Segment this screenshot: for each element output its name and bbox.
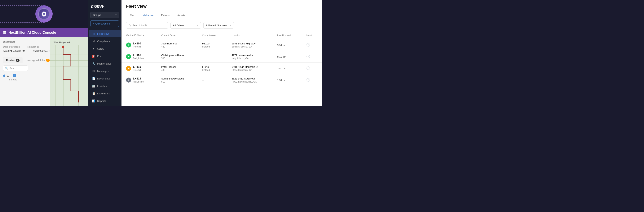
- maintenance-label: Maintenance: [97, 62, 111, 65]
- nb-circle-inner: [38, 8, 50, 20]
- vehicle-status-dot: [126, 43, 131, 48]
- last-updated-time: 9:54 am: [277, 44, 286, 47]
- driver-name: Samantha Gonzalez: [161, 77, 193, 80]
- unassigned-badge: 2: [46, 59, 50, 62]
- fleet-table: Vehicle ID / Make Current Driver Current…: [122, 32, 322, 86]
- facilities-icon: 🏢: [92, 84, 95, 88]
- health-cell: [302, 51, 322, 63]
- vehicle-id: LH110: [133, 65, 142, 68]
- health-check-icon: [306, 55, 310, 58]
- vehicle-status-dot: [126, 54, 131, 59]
- last-updated-time: 8:12 am: [277, 55, 286, 58]
- sidebar-item-compliance[interactable]: ☑ Compliance: [89, 38, 121, 45]
- search-icon: 🔍: [5, 67, 8, 70]
- driver-cell: Christopher Williams 560: [157, 51, 198, 63]
- vehicle-id: LH105: [133, 54, 144, 57]
- motive-sidebar: motive Groups ▾ + Quick Actions ◫ Fleet …: [88, 0, 122, 106]
- last-updated-time: 1:54 pm: [277, 79, 286, 82]
- updated-cell: 3:40 pm: [273, 63, 302, 74]
- search-placeholder: Search: [9, 67, 17, 70]
- location-main: 3522-3412 Sugarloaf: [232, 77, 268, 80]
- facilities-label: Facilities: [97, 85, 107, 88]
- messages-label: Messages: [97, 70, 108, 73]
- driver-name: Jose Bernardo: [161, 42, 193, 45]
- quick-actions-button[interactable]: + Quick Actions: [90, 21, 119, 27]
- safety-label: Safety: [97, 47, 104, 50]
- sidebar-item-messages[interactable]: ✉ Messages: [89, 67, 121, 75]
- vehicle-cell: LH100 Peterbilt: [122, 39, 157, 51]
- unassigned-tab[interactable]: Unassigned Jobs 2: [22, 57, 53, 63]
- driver-name: Christopher Williams: [161, 54, 193, 57]
- vehicle-info: LH115 Freightliner: [133, 77, 144, 83]
- gear-icon: [41, 11, 47, 17]
- sidebar-item-maintenance[interactable]: 🔧 Maintenance: [89, 60, 121, 67]
- sidebar-item-load-board[interactable]: 📋 Load Board: [89, 90, 121, 97]
- sidebar-item-marketplace[interactable]: 🛒 Marketplace: [89, 105, 121, 106]
- routes-tab[interactable]: Routes 2: [3, 57, 22, 63]
- table-row[interactable]: LH105 Freightliner Christopher Williams …: [122, 51, 322, 63]
- asset-cell: FB100 Flatbed: [198, 39, 227, 51]
- hamburger-icon[interactable]: ☰: [3, 31, 6, 35]
- health-status-dropdown[interactable]: All Health Statuses: [204, 22, 234, 29]
- no-asset: --: [202, 79, 204, 82]
- route-checkbox[interactable]: ✓: [13, 74, 16, 77]
- tab-map-label: Map: [130, 14, 135, 17]
- fleet-filters: All Drivers All Health Statuses: [122, 19, 322, 32]
- location-main: 4971 Lawrenceville: [232, 54, 268, 57]
- table-row[interactable]: LH100 Peterbilt Jose Bernardo 420 FB100 …: [122, 39, 322, 51]
- load-board-icon: 📋: [92, 92, 95, 95]
- nb-row1-date: 5/2/2024, 4:34:08 PM: [3, 50, 25, 53]
- driver-cell: Peter Hanson 480: [157, 63, 198, 74]
- tab-map[interactable]: Map: [126, 12, 139, 19]
- table-row[interactable]: LH115 Freightliner Samantha Gonzalez 510…: [122, 74, 322, 86]
- nb-logo-container: [29, 2, 59, 27]
- safety-icon: ⛨: [92, 47, 95, 50]
- col-header-vehicle: Vehicle ID / Make: [122, 32, 157, 39]
- tab-assets[interactable]: Assets: [174, 12, 189, 19]
- sidebar-item-reports[interactable]: 📊 Reports: [89, 97, 121, 105]
- driver-cell: Jose Bernardo 420: [157, 39, 198, 51]
- health-check-icon: [306, 78, 310, 82]
- sidebar-item-facilities[interactable]: 🏢 Facilities: [89, 82, 121, 90]
- all-drivers-label: All Drivers: [173, 24, 184, 27]
- table-row[interactable]: LH110 Peterbilt Peter Hanson 480 FB200 F…: [122, 63, 322, 74]
- chevron-down-icon-2: [229, 24, 232, 27]
- load-board-label: Load Board: [97, 92, 110, 95]
- fleet-table-head: Vehicle ID / Make Current Driver Current…: [122, 32, 322, 39]
- vehicle-info: LH105 Freightliner: [133, 54, 144, 60]
- sidebar-item-fuel[interactable]: ⛽ Fuel: [89, 53, 121, 60]
- nb-search-box[interactable]: 🔍 Search: [3, 66, 28, 71]
- driver-id: 480: [161, 69, 193, 71]
- health-cell: [302, 39, 322, 51]
- location-cell: 4971 Lawrenceville Hwy, Lilburn, GA: [227, 51, 272, 63]
- fleet-table-body: LH100 Peterbilt Jose Bernardo 420 FB100 …: [122, 39, 322, 86]
- health-check-icon: [306, 66, 310, 70]
- search-input[interactable]: [132, 24, 166, 27]
- vehicle-cell: LH105 Freightliner: [122, 51, 157, 63]
- tab-vehicles[interactable]: Vehicles: [139, 12, 157, 19]
- tab-drivers[interactable]: Drivers: [157, 12, 173, 19]
- fleet-view-icon: ◫: [92, 32, 95, 36]
- groups-dropdown[interactable]: Groups ▾: [90, 12, 119, 18]
- vehicle-id: LH115: [133, 77, 144, 80]
- routes-badge: 2: [16, 59, 20, 62]
- fleet-search-box[interactable]: [126, 22, 168, 29]
- vehicle-make: Peterbilt: [133, 69, 142, 71]
- motive-groups-section: Groups ▾: [88, 12, 122, 21]
- svg-marker-7: [128, 67, 130, 69]
- health-cell: [302, 63, 322, 74]
- map-route-svg: [50, 37, 88, 106]
- updated-cell: 1:54 pm: [273, 74, 302, 86]
- plus-icon: +: [93, 22, 94, 25]
- fleet-title: Fleet View: [126, 4, 318, 9]
- svg-marker-3: [128, 44, 130, 46]
- driver-name: Peter Hanson: [161, 66, 193, 68]
- asset-cell: FB200 Flatbed: [198, 63, 227, 74]
- sidebar-item-documents[interactable]: 📄 Documents: [89, 75, 121, 82]
- col-header-health: Health: [302, 32, 322, 39]
- routes-tab-label: Routes: [6, 59, 14, 62]
- fleet-view-label: Fleet View: [97, 32, 109, 35]
- all-drivers-dropdown[interactable]: All Drivers: [170, 22, 201, 29]
- sidebar-item-safety[interactable]: ⛨ Safety: [89, 45, 121, 52]
- sidebar-item-fleet-view[interactable]: ◫ Fleet View: [89, 30, 121, 37]
